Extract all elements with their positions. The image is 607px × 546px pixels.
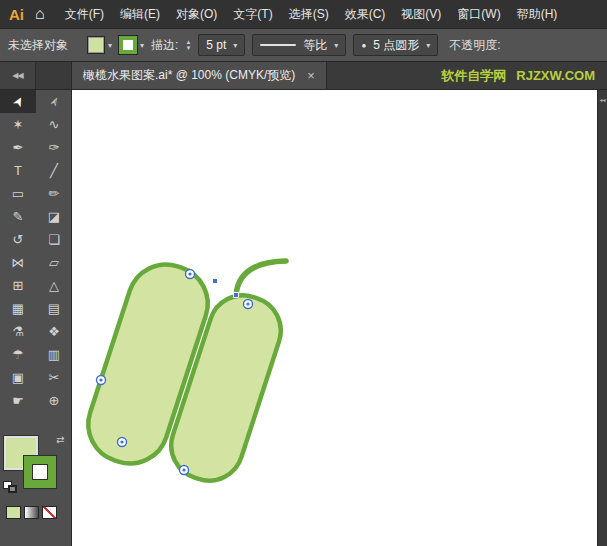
close-icon[interactable]: × bbox=[307, 68, 315, 83]
fill-color-swatch[interactable] bbox=[87, 36, 105, 54]
collapse-arrows-icon: ◀◀ bbox=[12, 71, 22, 80]
olive-stem[interactable] bbox=[236, 261, 286, 296]
chevron-down-icon[interactable]: ▾ bbox=[233, 41, 237, 50]
lasso-tool[interactable]: ∿ bbox=[36, 113, 72, 136]
eyedropper-tool[interactable]: ⚗ bbox=[0, 320, 36, 343]
column-graph-tool[interactable]: ▥ bbox=[36, 343, 72, 366]
zoom-tool[interactable]: ⊕ bbox=[36, 389, 72, 412]
document-tab[interactable]: 橄榄水果图案.ai* @ 100% (CMYK/预览) × bbox=[71, 62, 327, 89]
menubar-menus: 文件(F)编辑(E)对象(O)文字(T)选择(S)效果(C)视图(V)窗口(W)… bbox=[57, 0, 566, 28]
control-bar: 未选择对象 ▾ ▾ 描边: ▲ ▼ 5 pt ▾ 等比 ▾ ● 5 点圆形 ▾ … bbox=[0, 28, 607, 62]
main-area: ➤➣✶∿✒✑T╱▭✏✎◪↺❏⋈▱⊞△▦▤⚗❖☂▥▣✂☛⊕ ⇄ bbox=[0, 90, 607, 546]
home-icon[interactable]: ⌂ bbox=[33, 5, 57, 23]
paintbrush-tool[interactable]: ✏ bbox=[36, 182, 72, 205]
perspective-grid-tool[interactable]: △ bbox=[36, 274, 72, 297]
line-segment-tool[interactable]: ╱ bbox=[36, 159, 72, 182]
panel-dock-collapsed[interactable]: ◂◂ bbox=[597, 90, 607, 546]
toolbar-tools: ➤➣✶∿✒✑T╱▭✏✎◪↺❏⋈▱⊞△▦▤⚗❖☂▥▣✂☛⊕ bbox=[0, 90, 71, 412]
menu-window[interactable]: 窗口(W) bbox=[449, 0, 508, 28]
watermark: 软件自学网 RJZXW.COM bbox=[441, 62, 607, 89]
shape-builder-tool[interactable]: ⊞ bbox=[0, 274, 36, 297]
type-tool[interactable]: T bbox=[0, 159, 36, 182]
menu-object[interactable]: 对象(O) bbox=[168, 0, 225, 28]
chevron-down-icon[interactable]: ▾ bbox=[140, 41, 144, 50]
artwork-svg[interactable] bbox=[72, 90, 597, 546]
curvature-tool[interactable]: ✑ bbox=[36, 136, 72, 159]
chevron-down-icon[interactable]: ▾ bbox=[426, 41, 430, 50]
rotate-tool[interactable]: ↺ bbox=[0, 228, 36, 251]
anchor-point-square[interactable] bbox=[234, 293, 239, 298]
stroke-color-swatch[interactable] bbox=[119, 36, 137, 54]
stroke-width-field[interactable]: 5 pt ▾ bbox=[198, 34, 245, 56]
menu-type[interactable]: 文字(T) bbox=[225, 0, 280, 28]
anchor-point-dot bbox=[120, 440, 123, 443]
watermark-site-name: 软件自学网 bbox=[441, 67, 506, 85]
eraser-tool[interactable]: ◪ bbox=[36, 205, 72, 228]
rectangle-tool[interactable]: ▭ bbox=[0, 182, 36, 205]
brush-definition-dropdown[interactable]: ● 5 点圆形 ▾ bbox=[353, 34, 438, 56]
swap-fill-stroke-icon[interactable]: ⇄ bbox=[56, 434, 64, 445]
menu-select[interactable]: 选择(S) bbox=[281, 0, 337, 28]
color-mode-button[interactable] bbox=[6, 506, 21, 519]
free-transform-tool[interactable]: ▱ bbox=[36, 251, 72, 274]
direct-selection-tool[interactable]: ➣ bbox=[36, 90, 72, 113]
artboard-tool[interactable]: ▣ bbox=[0, 366, 36, 389]
anchor-point-dot bbox=[99, 378, 102, 381]
stroke-label: 描边: bbox=[151, 37, 178, 54]
gradient-mode-button[interactable] bbox=[24, 506, 39, 519]
menu-edit[interactable]: 编辑(E) bbox=[112, 0, 168, 28]
artboard-canvas[interactable] bbox=[72, 90, 597, 546]
stepper-down-icon[interactable]: ▼ bbox=[185, 45, 191, 51]
menu-effect[interactable]: 效果(C) bbox=[337, 0, 394, 28]
magic-wand-tool[interactable]: ✶ bbox=[0, 113, 36, 136]
tools-panel: ➤➣✶∿✒✑T╱▭✏✎◪↺❏⋈▱⊞△▦▤⚗❖☂▥▣✂☛⊕ ⇄ bbox=[0, 90, 72, 546]
fill-stroke-wells: ⇄ bbox=[0, 434, 71, 496]
opacity-label: 不透明度: bbox=[449, 37, 500, 54]
brush-definition-value[interactable]: 5 点圆形 bbox=[373, 37, 419, 54]
selection-status: 未选择对象 bbox=[8, 37, 68, 54]
chevron-down-icon[interactable]: ▾ bbox=[334, 41, 338, 50]
panel-collapse-button[interactable]: ◀◀ bbox=[0, 62, 36, 89]
tab-bar-spacer bbox=[327, 62, 441, 89]
paint-mode-buttons bbox=[6, 506, 71, 519]
width-profile-dropdown[interactable]: 等比 ▾ bbox=[252, 34, 346, 56]
pencil-tool[interactable]: ✎ bbox=[0, 205, 36, 228]
none-mode-button[interactable] bbox=[42, 506, 57, 519]
document-title: 橄榄水果图案.ai* @ 100% (CMYK/预览) bbox=[83, 67, 295, 84]
width-profile-value[interactable]: 等比 bbox=[303, 37, 327, 54]
fill-color-control[interactable]: ▾ bbox=[87, 36, 112, 54]
menu-bar: Ai ⌂ 文件(F)编辑(E)对象(O)文字(T)选择(S)效果(C)视图(V)… bbox=[0, 0, 607, 28]
illustrator-logo[interactable]: Ai bbox=[0, 6, 33, 23]
uniform-profile-icon bbox=[260, 44, 296, 46]
width-tool[interactable]: ⋈ bbox=[0, 251, 36, 274]
stroke-color-well[interactable] bbox=[24, 456, 56, 488]
symbol-sprayer-tool[interactable]: ☂ bbox=[0, 343, 36, 366]
stroke-width-value[interactable]: 5 pt bbox=[206, 38, 226, 52]
stroke-width-stepper[interactable]: ▲ ▼ bbox=[185, 39, 191, 51]
blend-tool[interactable]: ❖ bbox=[36, 320, 72, 343]
anchor-point-square[interactable] bbox=[213, 279, 218, 284]
pen-tool[interactable]: ✒ bbox=[0, 136, 36, 159]
hand-tool[interactable]: ☛ bbox=[0, 389, 36, 412]
anchor-point-dot bbox=[182, 468, 185, 471]
olive-artwork bbox=[78, 255, 289, 490]
scale-tool[interactable]: ❏ bbox=[36, 228, 72, 251]
chevron-down-icon[interactable]: ▾ bbox=[108, 41, 112, 50]
mesh-tool[interactable]: ▦ bbox=[0, 297, 36, 320]
default-fill-stroke-icon[interactable] bbox=[3, 481, 18, 494]
document-tab-bar: ◀◀ 橄榄水果图案.ai* @ 100% (CMYK/预览) × 软件自学网 R… bbox=[0, 62, 607, 90]
menu-file[interactable]: 文件(F) bbox=[57, 0, 112, 28]
menu-view[interactable]: 视图(V) bbox=[393, 0, 449, 28]
selection-tool[interactable]: ➤ bbox=[0, 90, 36, 113]
anchor-point-dot bbox=[188, 272, 191, 275]
default-stroke-icon bbox=[8, 485, 17, 493]
stroke-color-control[interactable]: ▾ bbox=[119, 36, 144, 54]
gradient-tool[interactable]: ▤ bbox=[36, 297, 72, 320]
slice-tool[interactable]: ✂ bbox=[36, 366, 72, 389]
menu-help[interactable]: 帮助(H) bbox=[509, 0, 566, 28]
anchor-point-dot bbox=[246, 302, 249, 305]
round-brush-icon: ● bbox=[361, 41, 366, 50]
watermark-domain: RJZXW.COM bbox=[516, 68, 595, 83]
